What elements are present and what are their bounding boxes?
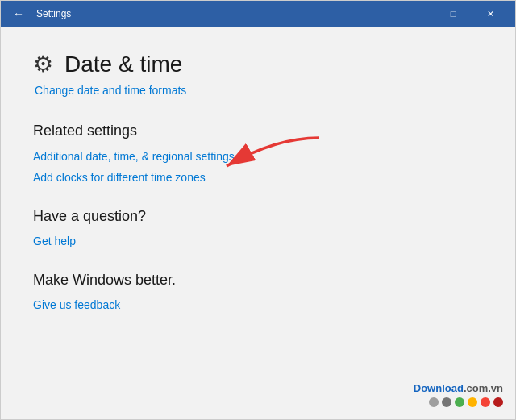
main-content: ⚙ Date & time Change date and time forma… [1, 27, 515, 419]
give-feedback-link[interactable]: Give us feedback [33, 298, 483, 311]
settings-window: ← Settings — □ ✕ ⚙ Date & time Change da… [0, 0, 516, 420]
dot-6 [493, 397, 503, 407]
window-title: Settings [36, 8, 397, 19]
watermark-text: Download.com.vn [414, 382, 503, 394]
add-clocks-link[interactable]: Add clocks for different time zones [33, 171, 483, 184]
watermark-download: Download [414, 382, 464, 394]
related-settings-heading: Related settings [33, 123, 483, 139]
maximize-button[interactable]: □ [435, 1, 472, 27]
back-button[interactable]: ← [7, 2, 30, 25]
additional-settings-link[interactable]: Additional date, time, & regional settin… [33, 150, 235, 163]
minimize-icon: — [412, 9, 421, 19]
back-icon: ← [13, 7, 24, 20]
related-settings-section: Related settings Additional date, time, … [33, 123, 483, 184]
dot-3 [455, 397, 464, 407]
dot-4 [468, 397, 477, 407]
content-inner: ⚙ Date & time Change date and time forma… [33, 51, 483, 311]
page-header: ⚙ Date & time [33, 51, 483, 77]
get-help-link[interactable]: Get help [33, 235, 483, 247]
close-icon: ✕ [487, 9, 494, 19]
dot-2 [442, 397, 452, 407]
maximize-icon: □ [451, 9, 456, 19]
watermark: Download.com.vn [414, 382, 503, 407]
dot-5 [481, 397, 490, 407]
make-better-section: Make Windows better. Give us feedback [33, 272, 483, 311]
close-button[interactable]: ✕ [472, 1, 509, 27]
watermark-dots [429, 397, 503, 407]
window-controls: — □ ✕ [397, 1, 509, 27]
dot-1 [429, 397, 439, 407]
minimize-button[interactable]: — [397, 1, 435, 27]
have-question-section: Have a question? Get help [33, 208, 483, 247]
have-question-heading: Have a question? [33, 208, 483, 225]
titlebar: ← Settings — □ ✕ [1, 1, 515, 27]
page-title: Date & time [64, 52, 182, 77]
make-better-heading: Make Windows better. [33, 272, 483, 289]
additional-settings-container: Additional date, time, & regional settin… [33, 150, 235, 171]
gear-icon: ⚙ [33, 51, 53, 77]
watermark-dot-separator: .com.vn [464, 382, 503, 394]
change-formats-link[interactable]: Change date and time formats [35, 84, 483, 97]
